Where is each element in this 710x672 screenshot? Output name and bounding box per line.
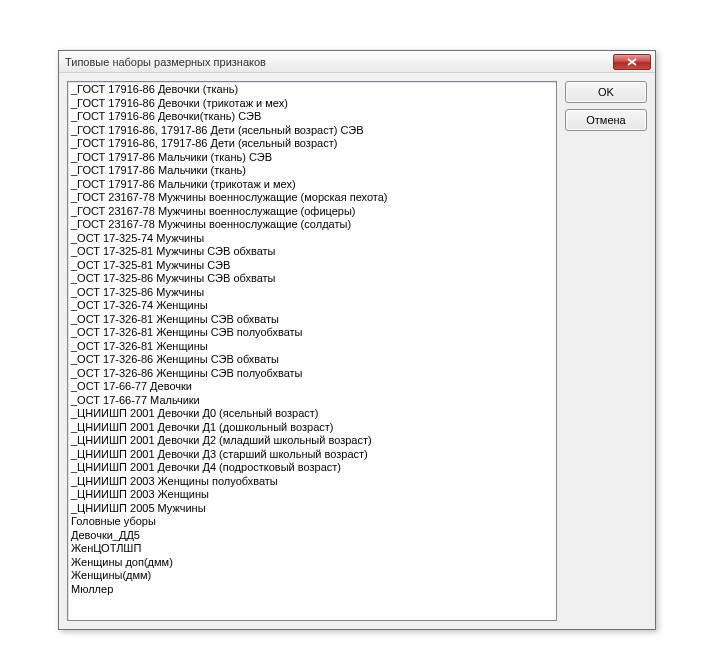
- list-item[interactable]: _ОСТ 17-325-86 Мужчины СЭВ обхваты: [70, 272, 554, 286]
- dialog-window: Типовые наборы размерных признаков _ГОСТ…: [58, 50, 656, 630]
- list-item[interactable]: Девочки_ДД5: [70, 529, 554, 543]
- list-item[interactable]: _ОСТ 17-326-81 Женщины СЭВ полуобхваты: [70, 326, 554, 340]
- list-item[interactable]: _ОСТ 17-326-86 Женщины СЭВ полуобхваты: [70, 367, 554, 381]
- list-item[interactable]: _ГОСТ 23167-78 Мужчины военнослужащие (о…: [70, 205, 554, 219]
- list-item[interactable]: _ЦНИИШП 2003 Женщины полуобхваты: [70, 475, 554, 489]
- size-sets-listbox[interactable]: _ГОСТ 17916-86 Девочки (ткань)_ГОСТ 1791…: [67, 81, 557, 621]
- list-item[interactable]: _ОСТ 17-326-86 Женщины СЭВ обхваты: [70, 353, 554, 367]
- list-item[interactable]: _ЦНИИШП 2003 Женщины: [70, 488, 554, 502]
- list-item[interactable]: _ОСТ 17-325-74 Мужчины: [70, 232, 554, 246]
- close-icon: [627, 58, 637, 66]
- ok-button-label: OK: [598, 86, 614, 98]
- list-item[interactable]: _ГОСТ 23167-78 Мужчины военнослужащие (с…: [70, 218, 554, 232]
- close-button[interactable]: [613, 54, 651, 70]
- list-item[interactable]: _ГОСТ 17917-86 Мальчики (ткань) СЭВ: [70, 151, 554, 165]
- list-item[interactable]: _ОСТ 17-66-77 Мальчики: [70, 394, 554, 408]
- list-item[interactable]: _ГОСТ 17917-86 Мальчики (ткань): [70, 164, 554, 178]
- list-item[interactable]: _ЦНИИШП 2001 Девочки Д2 (младший школьны…: [70, 434, 554, 448]
- list-item[interactable]: _ГОСТ 17917-86 Мальчики (трикотаж и мех): [70, 178, 554, 192]
- list-item[interactable]: _ГОСТ 17916-86, 17917-86 Дети (ясельный …: [70, 124, 554, 138]
- list-item[interactable]: Женщины(дмм): [70, 569, 554, 583]
- list-item[interactable]: _ГОСТ 17916-86 Девочки(ткань) СЭВ: [70, 110, 554, 124]
- client-area: _ГОСТ 17916-86 Девочки (ткань)_ГОСТ 1791…: [59, 73, 655, 629]
- list-item[interactable]: _ОСТ 17-66-77 Девочки: [70, 380, 554, 394]
- list-item[interactable]: _ГОСТ 23167-78 Мужчины военнослужащие (м…: [70, 191, 554, 205]
- cancel-button-label: Отмена: [586, 114, 625, 126]
- titlebar: Типовые наборы размерных признаков: [59, 51, 655, 73]
- list-item[interactable]: _ОСТ 17-326-81 Женщины: [70, 340, 554, 354]
- list-item[interactable]: _ГОСТ 17916-86 Девочки (ткань): [70, 83, 554, 97]
- cancel-button[interactable]: Отмена: [565, 109, 647, 131]
- list-item[interactable]: _ОСТ 17-325-86 Мужчины: [70, 286, 554, 300]
- list-item[interactable]: _ЦНИИШП 2005 Мужчины: [70, 502, 554, 516]
- list-item[interactable]: _ОСТ 17-326-81 Женщины СЭВ обхваты: [70, 313, 554, 327]
- ok-button[interactable]: OK: [565, 81, 647, 103]
- list-item[interactable]: _ЦНИИШП 2001 Девочки Д1 (дошкольный возр…: [70, 421, 554, 435]
- list-item[interactable]: _ЦНИИШП 2001 Девочки Д4 (подростковый во…: [70, 461, 554, 475]
- list-item[interactable]: _ЦНИИШП 2001 Девочки Д3 (старший школьны…: [70, 448, 554, 462]
- list-item[interactable]: _ОСТ 17-325-81 Мужчины СЭВ обхваты: [70, 245, 554, 259]
- window-title: Типовые наборы размерных признаков: [65, 56, 613, 68]
- list-item[interactable]: _ОСТ 17-325-81 Мужчины СЭВ: [70, 259, 554, 273]
- list-item[interactable]: _ГОСТ 17916-86 Девочки (трикотаж и мех): [70, 97, 554, 111]
- list-item[interactable]: Женщины доп(дмм): [70, 556, 554, 570]
- list-item[interactable]: _ЦНИИШП 2001 Девочки Д0 (ясельный возрас…: [70, 407, 554, 421]
- list-item[interactable]: Мюллер: [70, 583, 554, 597]
- list-item[interactable]: _ОСТ 17-326-74 Женщины: [70, 299, 554, 313]
- list-item[interactable]: _ГОСТ 17916-86, 17917-86 Дети (ясельный …: [70, 137, 554, 151]
- list-item[interactable]: ЖенЦОТЛШП: [70, 542, 554, 556]
- button-column: OK Отмена: [565, 81, 647, 137]
- list-item[interactable]: Головные уборы: [70, 515, 554, 529]
